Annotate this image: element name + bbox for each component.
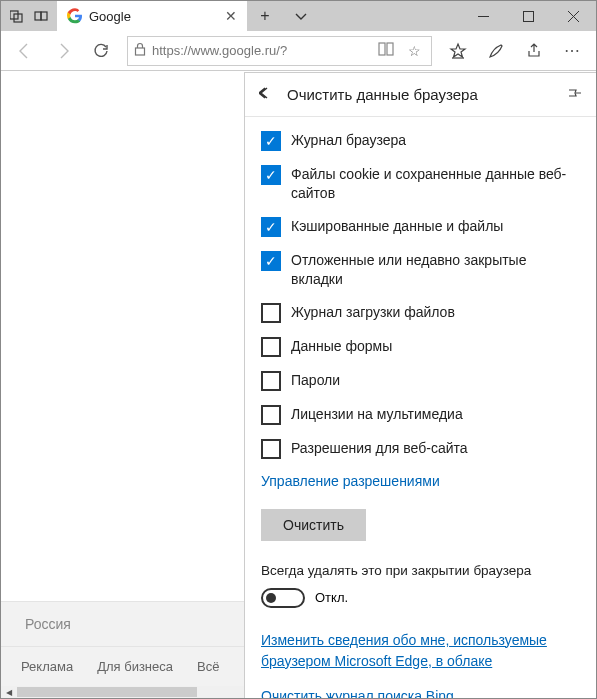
- panel-header: Очистить данные браузера: [245, 73, 596, 117]
- checkbox[interactable]: [261, 303, 281, 323]
- notes-pen-icon[interactable]: [478, 33, 514, 69]
- scrollbar-thumb[interactable]: [17, 687, 197, 697]
- option-row[interactable]: Лицензии на мультимедиа: [261, 405, 580, 425]
- title-bar: Google ✕ +: [1, 1, 596, 31]
- scroll-left-icon[interactable]: ◀: [1, 686, 17, 698]
- panel-body: ✓Журнал браузера✓Файлы cookie и сохранен…: [245, 117, 596, 699]
- tab-chevron-icon[interactable]: [283, 1, 319, 31]
- option-row[interactable]: Разрешения для веб-сайта: [261, 439, 580, 459]
- option-row[interactable]: Данные формы: [261, 337, 580, 357]
- forward-button[interactable]: [45, 33, 81, 69]
- checkbox[interactable]: [261, 439, 281, 459]
- bing-history-link[interactable]: Очистить журнал поиска Bing: [261, 686, 580, 699]
- tab-title: Google: [89, 9, 219, 24]
- pin-icon[interactable]: [566, 86, 582, 103]
- tab-close-icon[interactable]: ✕: [225, 8, 237, 24]
- checkbox[interactable]: [261, 371, 281, 391]
- option-label: Файлы cookie и сохраненные данные веб-са…: [291, 165, 580, 203]
- titlebar-left: [1, 1, 57, 31]
- option-row[interactable]: ✓Журнал браузера: [261, 131, 580, 151]
- option-row[interactable]: ✓Файлы cookie и сохраненные данные веб-с…: [261, 165, 580, 203]
- toggle-state-label: Откл.: [315, 590, 348, 605]
- footer-link[interactable]: Для бизнеса: [97, 659, 173, 674]
- reading-view-icon[interactable]: [375, 42, 397, 59]
- option-label: Журнал загрузки файлов: [291, 303, 455, 322]
- address-bar[interactable]: https://www.google.ru/? ☆: [127, 36, 432, 66]
- tabs-preview-icon[interactable]: [29, 1, 53, 31]
- checkbox[interactable]: [261, 337, 281, 357]
- checkbox[interactable]: ✓: [261, 251, 281, 271]
- maximize-button[interactable]: [506, 1, 551, 31]
- checkbox[interactable]: ✓: [261, 131, 281, 151]
- option-label: Отложенные или недавно закрытые вкладки: [291, 251, 580, 289]
- close-window-button[interactable]: [551, 1, 596, 31]
- option-label: Лицензии на мультимедиа: [291, 405, 463, 424]
- set-aside-tabs-icon[interactable]: [5, 1, 29, 31]
- clear-button[interactable]: Очистить: [261, 509, 366, 541]
- cloud-data-link[interactable]: Изменить сведения обо мне, используемые …: [261, 630, 580, 672]
- footer-link[interactable]: Всё: [197, 659, 219, 674]
- option-label: Пароли: [291, 371, 340, 390]
- option-label: Журнал браузера: [291, 131, 406, 150]
- always-clear-label: Всегда удалять это при закрытии браузера: [261, 563, 580, 578]
- option-row[interactable]: Журнал загрузки файлов: [261, 303, 580, 323]
- refresh-button[interactable]: [83, 33, 119, 69]
- url-text: https://www.google.ru/?: [152, 43, 369, 58]
- footer-link[interactable]: Реклама: [21, 659, 73, 674]
- back-button[interactable]: [7, 33, 43, 69]
- svg-rect-9: [379, 43, 385, 55]
- svg-rect-5: [524, 11, 534, 21]
- svg-rect-10: [387, 43, 393, 55]
- clear-data-panel: Очистить данные браузера ✓Журнал браузер…: [244, 72, 596, 698]
- svg-rect-3: [41, 12, 47, 20]
- lock-icon: [134, 42, 146, 59]
- toolbar: https://www.google.ru/? ☆ ⋯: [1, 31, 596, 71]
- svg-rect-8: [136, 48, 145, 55]
- svg-rect-2: [35, 12, 41, 20]
- option-row[interactable]: Пароли: [261, 371, 580, 391]
- checkbox[interactable]: ✓: [261, 217, 281, 237]
- always-clear-toggle[interactable]: [261, 588, 305, 608]
- option-label: Кэшированные данные и файлы: [291, 217, 503, 236]
- favorite-star-icon[interactable]: ☆: [403, 43, 425, 59]
- option-label: Разрешения для веб-сайта: [291, 439, 468, 458]
- manage-permissions-link[interactable]: Управление разрешениями: [261, 473, 580, 489]
- option-row[interactable]: ✓Кэшированные данные и файлы: [261, 217, 580, 237]
- new-tab-button[interactable]: +: [247, 1, 283, 31]
- checkbox[interactable]: [261, 405, 281, 425]
- browser-tab[interactable]: Google ✕: [57, 1, 247, 31]
- option-row[interactable]: ✓Отложенные или недавно закрытые вкладки: [261, 251, 580, 289]
- minimize-button[interactable]: [461, 1, 506, 31]
- option-label: Данные формы: [291, 337, 392, 356]
- share-icon[interactable]: [516, 33, 552, 69]
- favorites-hub-icon[interactable]: [440, 33, 476, 69]
- panel-back-icon[interactable]: [259, 86, 275, 103]
- more-menu-icon[interactable]: ⋯: [554, 33, 590, 69]
- checkbox[interactable]: ✓: [261, 165, 281, 185]
- toggle-row: Откл.: [261, 588, 580, 608]
- google-favicon-icon: [67, 8, 83, 24]
- panel-title: Очистить данные браузера: [287, 86, 554, 103]
